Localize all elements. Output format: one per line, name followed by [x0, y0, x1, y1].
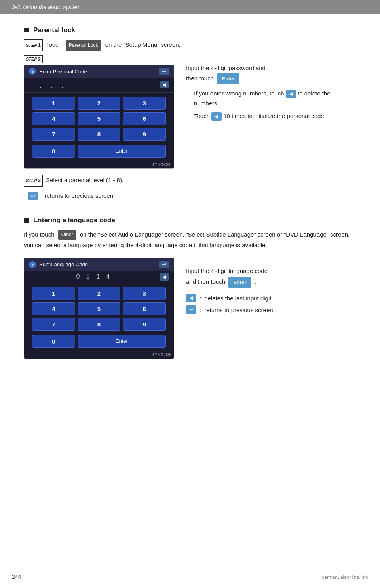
step2-text: Input the 4-digit password and then touc…	[186, 55, 356, 169]
screen-back-btn[interactable]: ◀	[160, 81, 169, 88]
screen-header: ● Enter Personal Code ↩	[24, 65, 174, 78]
step2-badge: STEP 2	[24, 55, 43, 63]
lang-key-2[interactable]: 2	[78, 287, 121, 300]
lang-note2-colon: :	[200, 305, 201, 315]
lang-key-8[interactable]: 8	[78, 318, 121, 331]
key-9[interactable]: 9	[123, 128, 166, 141]
key-4[interactable]: 4	[32, 112, 75, 125]
lang-note2-text: returns to previous screen.	[204, 305, 275, 315]
step2-block: STEP 2 ● Enter Personal Code ↩ . . . . ◀	[24, 55, 356, 169]
key-1[interactable]: 1	[32, 97, 75, 110]
step2-screen-container: STEP 2 ● Enter Personal Code ↩ . . . . ◀	[24, 55, 174, 169]
step1-badge: STEP 1	[24, 39, 43, 51]
parental-lock-title: Parental lock	[24, 26, 356, 34]
lang-key-5[interactable]: 5	[78, 302, 121, 315]
lang-key-1[interactable]: 1	[32, 287, 75, 300]
language-screen-return-btn[interactable]: ↩	[159, 261, 169, 268]
note2: Touch ◀ 10 times to initialize the perso…	[194, 111, 356, 121]
key-7[interactable]: 7	[32, 128, 75, 141]
lang-key-4[interactable]: 4	[32, 302, 75, 315]
watermark-link: carmanualsonline.info	[322, 575, 368, 580]
lang-key-3[interactable]: 3	[123, 287, 166, 300]
lang-key-9[interactable]: 9	[123, 318, 166, 331]
lang-return-icon: ↩	[186, 305, 196, 314]
disc-icon2: ●	[29, 261, 36, 268]
language-code-section: Entering a language code If you touch Ot…	[24, 216, 356, 359]
enter-button[interactable]: Enter	[217, 73, 239, 84]
step2-notes: If you enter wrong numbers, touch ◀ to d…	[194, 88, 356, 121]
lang-note2: ↩ : returns to previous screen.	[186, 305, 356, 315]
language-right: Input the 4-digit language code and then…	[186, 258, 356, 359]
language-screen: ● Subt.Language Code ↩ 0 5 1 4 ◀ 1 2 3 4	[24, 258, 174, 359]
back-arrow-icon2: ◀	[211, 112, 222, 121]
note1: If you enter wrong numbers, touch ◀ to d…	[194, 88, 356, 109]
parental-lock-button[interactable]: Parental Lock	[66, 40, 101, 51]
section-marker2	[24, 218, 28, 223]
back-arrow-icon: ◀	[286, 90, 296, 98]
screen-return-btn[interactable]: ↩	[159, 68, 169, 75]
language-screen-container: ● Subt.Language Code ↩ 0 5 1 4 ◀ 1 2 3 4	[24, 258, 174, 359]
key-2[interactable]: 2	[78, 97, 121, 110]
keypad: 1 2 3 4 5 6 7 8 9	[24, 93, 174, 145]
lang-note1: ◀ : deletes the last input digit.	[186, 294, 356, 303]
parental-lock-section: Parental lock STEP 1 Touch Parental Lock…	[24, 26, 356, 202]
page-header: 3-3. Using the audio system	[0, 0, 380, 14]
lang-keypad-bottom: 0 Enter	[24, 335, 174, 352]
step3-text: Select a parental level (1 - 8).	[46, 177, 124, 183]
key-enter[interactable]: Enter	[78, 145, 166, 158]
key-0[interactable]: 0	[32, 145, 75, 158]
section-divider	[24, 209, 356, 209]
page-number: 244	[12, 574, 21, 580]
language-block: ● Subt.Language Code ↩ 0 5 1 4 ◀ 1 2 3 4	[24, 258, 356, 359]
step3-line: STEP 3 Select a parental level (1 - 8).	[24, 174, 356, 187]
lang-back-icon: ◀	[186, 294, 196, 302]
lang-instruction: Input the 4-digit language code and then…	[186, 265, 356, 288]
num-display: 0 5 1 4 ◀	[24, 271, 174, 283]
key-6[interactable]: 6	[123, 112, 166, 125]
language-code-title: Entering a language code	[24, 216, 356, 224]
step2-screen: ● Enter Personal Code ↩ . . . . ◀ 1 2 3 …	[24, 65, 174, 169]
key-3[interactable]: 3	[123, 97, 166, 110]
lang-notes: ◀ : deletes the last input digit. ↩ : re…	[186, 294, 356, 315]
step3-badge: STEP 3	[24, 175, 43, 187]
lang-note1-colon: :	[200, 294, 201, 303]
screen-watermark: ILY32G085	[24, 162, 174, 168]
lang-screen-watermark: ILY32G038	[24, 352, 174, 359]
other-button[interactable]: Other	[58, 230, 76, 240]
step1-suffix: on the “Setup Menu” screen.	[105, 41, 180, 48]
screen-dots: . . . . ◀	[24, 78, 174, 93]
lang-key-7[interactable]: 7	[32, 318, 75, 331]
keypad-bottom: 0 Enter	[24, 145, 174, 162]
step2-instruction: Input the 4-digit password and then touc…	[186, 63, 356, 84]
key-5[interactable]: 5	[78, 112, 121, 125]
language-screen-title: Subt.Language Code	[39, 262, 88, 267]
language-description: If you touch Other on the “Select Audio …	[24, 229, 356, 251]
language-screen-header: ● Subt.Language Code ↩	[24, 258, 174, 271]
lang-key-6[interactable]: 6	[123, 302, 166, 315]
step1-text: Touch	[46, 41, 62, 48]
lang-note1-text: deletes the last input digit.	[204, 294, 273, 303]
disc-icon: ●	[29, 68, 36, 75]
return-note: ↩ : returns to previous screen.	[28, 190, 356, 202]
lang-key-enter[interactable]: Enter	[78, 335, 166, 348]
step1-line: STEP 1 Touch Parental Lock on the “Setup…	[24, 39, 356, 51]
screen-title: Enter Personal Code	[39, 69, 87, 74]
lang-keypad: 1 2 3 4 5 6 7 8 9	[24, 283, 174, 335]
header-title: 3-3. Using the audio system	[12, 4, 81, 10]
lang-enter-button[interactable]: Enter	[228, 277, 251, 288]
key-8[interactable]: 8	[78, 128, 121, 141]
return-icon: ↩	[28, 192, 38, 200]
lang-key-0[interactable]: 0	[32, 335, 75, 348]
lang-screen-back-btn[interactable]: ◀	[160, 273, 169, 281]
section-marker	[24, 28, 28, 32]
